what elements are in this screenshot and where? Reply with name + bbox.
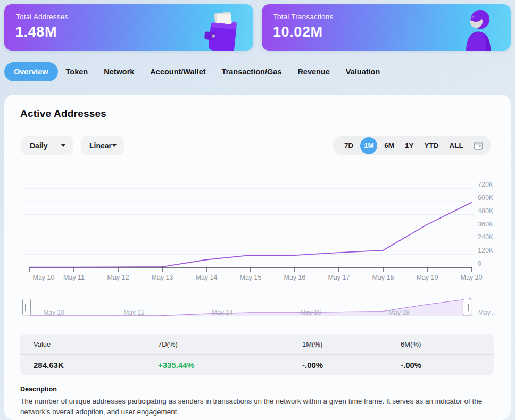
grip-lines-icon	[25, 304, 28, 311]
range-1y[interactable]: 1Y	[400, 141, 419, 149]
chevron-down-icon	[112, 144, 117, 147]
value-cell: 284.63K	[34, 360, 158, 369]
stat-label: Total Transactions	[273, 13, 333, 21]
tab-revenue[interactable]: Revenue	[289, 62, 337, 81]
svg-text:May 16: May 16	[300, 309, 321, 316]
table-row: 284.63K +335.44% -.00% -.00%	[20, 355, 494, 375]
total-addresses-card: Total Addresses 1.48M	[4, 4, 253, 51]
scale-select-value: Linear	[89, 141, 112, 150]
tab-account-wallet[interactable]: Account/Wallet	[142, 62, 213, 81]
stat-label: Total Addresses	[16, 13, 68, 21]
svg-text:May 12: May 12	[123, 309, 145, 316]
total-transactions-card: Total Transactions 10.02M	[262, 4, 511, 51]
svg-text:720K: 720K	[478, 181, 494, 188]
range-6m[interactable]: 6M	[379, 141, 400, 149]
svg-text:May 11: May 11	[63, 274, 85, 281]
range-1m[interactable]: 1M	[360, 137, 377, 154]
svg-text:May 15: May 15	[240, 274, 262, 281]
svg-text:May...: May...	[478, 309, 495, 316]
svg-text:May 10: May 10	[43, 309, 64, 316]
tab-valuation[interactable]: Valuation	[338, 62, 388, 81]
svg-text:May 20: May 20	[461, 274, 483, 281]
svg-text:0: 0	[478, 260, 481, 267]
brush-left-handle[interactable]	[22, 299, 31, 315]
svg-text:240K: 240K	[478, 233, 494, 241]
svg-text:600K: 600K	[478, 194, 494, 201]
svg-text:May 14: May 14	[212, 309, 233, 316]
svg-text:120K: 120K	[478, 247, 494, 254]
calendar-icon[interactable]	[473, 140, 484, 151]
change-7d-cell: +335.44%	[158, 360, 302, 369]
svg-text:May 19: May 19	[417, 274, 438, 281]
description-section: Description The number of unique address…	[20, 385, 503, 418]
active-addresses-panel: Active Addresses Daily Linear 7D 1M 6M 1…	[4, 95, 511, 420]
range-ytd[interactable]: YTD	[419, 141, 444, 149]
tab-overview[interactable]: Overview	[4, 62, 58, 81]
scale-select[interactable]: Linear	[81, 136, 124, 155]
range-7d[interactable]: 7D	[339, 141, 359, 149]
chart-brush-navigator[interactable]: May 10May 12May 14May 16May 18May...	[20, 297, 504, 319]
range-selector: 7D 1M 6M 1Y YTD ALL	[333, 136, 491, 155]
col-6m: 6M(%)	[401, 340, 494, 348]
svg-text:480K: 480K	[478, 207, 494, 215]
col-value: Value	[34, 340, 158, 348]
svg-text:May 12: May 12	[107, 274, 129, 281]
person-3d-icon	[462, 7, 495, 51]
col-7d: 7D(%)	[158, 340, 302, 348]
tab-network[interactable]: Network	[96, 62, 142, 81]
range-all[interactable]: ALL	[444, 141, 469, 149]
tab-bar: Overview Token Network Account/Wallet Tr…	[4, 62, 388, 81]
stat-value: 1.48M	[15, 24, 57, 40]
tab-token[interactable]: Token	[58, 62, 96, 81]
svg-text:May 17: May 17	[328, 274, 350, 281]
brush-right-handle[interactable]	[463, 299, 471, 315]
interval-select[interactable]: Daily	[21, 136, 73, 155]
svg-text:360K: 360K	[478, 221, 494, 228]
svg-text:May 13: May 13	[152, 274, 173, 281]
change-1m-cell: -.00%	[302, 360, 401, 369]
wallet-3d-icon	[202, 10, 244, 51]
svg-text:May 18: May 18	[372, 274, 394, 281]
chevron-down-icon	[61, 144, 65, 147]
stats-table-header: Value 7D(%) 1M(%) 6M(%)	[20, 334, 494, 355]
active-addresses-line-chart[interactable]: 720K600K480K360K240K120K0May 10May 11May…	[20, 175, 504, 287]
stat-cards: Total Addresses 1.48M Total Transactions…	[4, 4, 511, 51]
grip-lines-icon	[466, 304, 469, 311]
tab-transaction-gas[interactable]: Transaction/Gas	[214, 62, 290, 81]
page-title: Active Addresses	[20, 108, 106, 120]
stats-table: Value 7D(%) 1M(%) 6M(%) 284.63K +335.44%…	[20, 334, 494, 375]
description-text: The number of unique addresses participa…	[20, 396, 503, 418]
svg-text:May 18: May 18	[388, 309, 410, 316]
svg-text:May 10: May 10	[33, 274, 55, 281]
description-heading: Description	[20, 385, 503, 393]
svg-text:May 14: May 14	[196, 274, 218, 281]
svg-text:May 16: May 16	[284, 274, 306, 281]
interval-select-value: Daily	[30, 141, 47, 150]
stat-value: 10.02M	[273, 24, 323, 40]
col-1m: 1M(%)	[302, 340, 401, 348]
change-6m-cell: -.00%	[401, 360, 494, 369]
